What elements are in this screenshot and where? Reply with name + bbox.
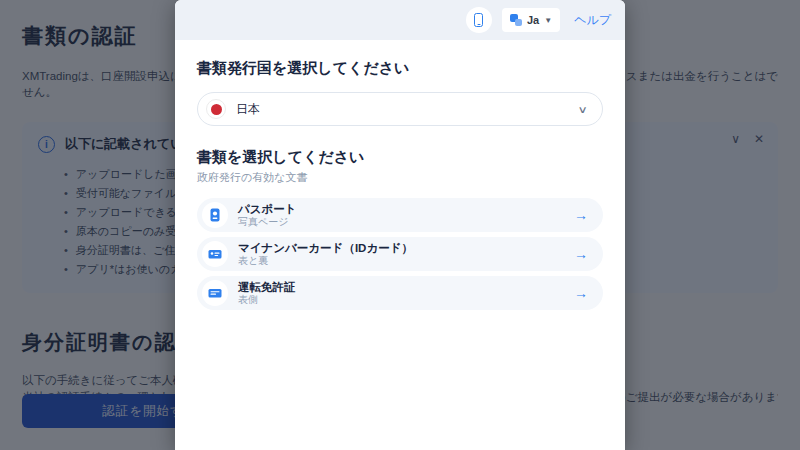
document-section-title: 書類を選択してください bbox=[197, 148, 603, 167]
translate-icon bbox=[510, 14, 522, 26]
mobile-handoff-button[interactable] bbox=[466, 7, 492, 33]
document-title: パスポート bbox=[238, 203, 564, 216]
japan-flag-icon bbox=[206, 99, 226, 119]
id-card-icon bbox=[202, 241, 228, 267]
chevron-down-icon: ∨ bbox=[577, 104, 587, 115]
document-section-subtitle: 政府発行の有効な文書 bbox=[197, 170, 603, 185]
modal-body: 書類発行国を選択してください 日本 ∨ 書類を選択してください 政府発行の有効な… bbox=[175, 40, 625, 450]
document-title: マイナンバーカード（IDカード） bbox=[238, 242, 564, 255]
verification-modal: Ja ▼ ヘルプ 書類発行国を選択してください 日本 ∨ 書類を選択してください… bbox=[175, 0, 625, 450]
arrow-right-icon: → bbox=[574, 208, 588, 222]
passport-icon bbox=[202, 202, 228, 228]
selected-country-value: 日本 bbox=[236, 101, 569, 118]
phone-icon bbox=[474, 13, 483, 27]
document-subtitle: 表と裏 bbox=[238, 255, 564, 267]
arrow-right-icon: → bbox=[574, 247, 588, 261]
language-label: Ja bbox=[527, 14, 539, 26]
modal-header: Ja ▼ ヘルプ bbox=[175, 0, 625, 40]
document-subtitle: 写真ページ bbox=[238, 216, 564, 228]
document-subtitle: 表側 bbox=[238, 294, 564, 306]
document-option-mynumber-card[interactable]: マイナンバーカード（IDカード） 表と裏 → bbox=[197, 237, 603, 271]
country-section-title: 書類発行国を選択してください bbox=[197, 59, 603, 78]
document-title: 運転免許証 bbox=[238, 281, 564, 294]
document-option-passport[interactable]: パスポート 写真ページ → bbox=[197, 198, 603, 232]
help-link[interactable]: ヘルプ bbox=[574, 12, 611, 29]
language-selector[interactable]: Ja ▼ bbox=[502, 8, 560, 32]
document-option-drivers-license[interactable]: 運転免許証 表側 → bbox=[197, 276, 603, 310]
drivers-license-icon bbox=[202, 280, 228, 306]
caret-down-icon: ▼ bbox=[544, 16, 552, 25]
country-select[interactable]: 日本 ∨ bbox=[197, 92, 603, 126]
arrow-right-icon: → bbox=[574, 286, 588, 300]
